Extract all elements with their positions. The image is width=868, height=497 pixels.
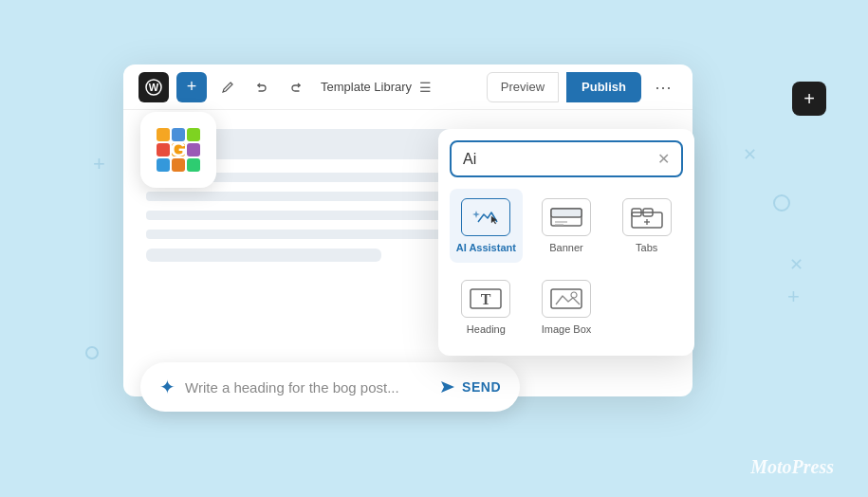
- image-box-label: Image Box: [542, 323, 592, 335]
- logo-badge: G: [140, 112, 216, 188]
- deco-plus-2: +: [787, 285, 800, 309]
- hamburger-icon[interactable]: ☰: [419, 80, 432, 95]
- widgets-grid: AI Assistant Banner: [450, 189, 683, 344]
- deco-x-2: ✕: [789, 254, 803, 275]
- deco-circle-1: [773, 194, 790, 212]
- svg-point-25: [571, 292, 577, 298]
- wp-icon: W: [139, 72, 169, 102]
- ai-prompt-placeholder: Write a heading for the bog post...: [185, 379, 437, 396]
- redo-button[interactable]: [283, 74, 309, 101]
- content-line-4: [146, 230, 460, 239]
- undo-button[interactable]: [249, 74, 275, 101]
- deco-plus-1: +: [93, 152, 105, 176]
- float-plus-button[interactable]: +: [792, 82, 826, 116]
- banner-label: Banner: [549, 242, 582, 253]
- svg-rect-6: [157, 158, 170, 172]
- logo-image: G: [149, 120, 208, 179]
- svg-rect-24: [551, 289, 582, 308]
- deco-circle-2: [85, 346, 99, 359]
- plus-icon: +: [803, 88, 815, 110]
- motopress-watermark: MotoPress: [750, 456, 834, 478]
- image-box-icon-box: [542, 280, 591, 318]
- svg-rect-2: [187, 128, 200, 141]
- ai-spark-icon: ✦: [159, 376, 175, 398]
- toolbar: W + Template Library ☰ Preview Pub: [123, 64, 693, 110]
- svg-text:T: T: [481, 291, 491, 307]
- send-icon: [437, 377, 456, 396]
- deco-x-1: ✕: [743, 144, 757, 165]
- search-dropdown: ✕ AI Assistant: [438, 129, 694, 356]
- svg-rect-0: [157, 128, 170, 141]
- ai-prompt-bar: ✦ Write a heading for the bog post... SE…: [140, 362, 520, 412]
- banner-icon-box: [542, 198, 591, 236]
- heading-icon-box: T: [461, 280, 510, 318]
- widget-ai-assistant[interactable]: AI Assistant: [450, 189, 523, 263]
- search-input[interactable]: [463, 151, 657, 168]
- add-element-button[interactable]: +: [176, 72, 207, 102]
- plus-icon: +: [187, 77, 197, 97]
- tabs-icon-box: [622, 198, 672, 236]
- widget-heading[interactable]: T Heading: [450, 270, 523, 344]
- widget-tabs[interactable]: Tabs: [610, 189, 683, 263]
- preview-button[interactable]: Preview: [487, 72, 559, 102]
- publish-button[interactable]: Publish: [566, 72, 641, 102]
- ai-assistant-label: AI Assistant: [456, 242, 516, 253]
- widget-image-box[interactable]: Image Box: [530, 270, 603, 344]
- widget-banner[interactable]: Banner: [530, 189, 603, 263]
- svg-text:W: W: [149, 82, 159, 93]
- svg-rect-5: [187, 143, 200, 156]
- search-clear-button[interactable]: ✕: [657, 150, 670, 168]
- pencil-button[interactable]: [214, 74, 241, 101]
- ai-send-area: SEND: [437, 377, 501, 396]
- svg-rect-8: [187, 158, 200, 172]
- svg-rect-14: [551, 209, 582, 217]
- tabs-label: Tabs: [636, 242, 657, 253]
- svg-rect-3: [157, 143, 170, 156]
- template-library-link[interactable]: Template Library: [321, 80, 412, 94]
- search-box-container: ✕: [450, 140, 683, 177]
- svg-text:G: G: [170, 138, 186, 161]
- ai-assistant-icon-box: [461, 198, 510, 236]
- heading-label: Heading: [467, 323, 506, 335]
- more-options-button[interactable]: ⋯: [649, 73, 677, 101]
- send-label[interactable]: SEND: [462, 379, 501, 395]
- content-block-2: [146, 248, 381, 262]
